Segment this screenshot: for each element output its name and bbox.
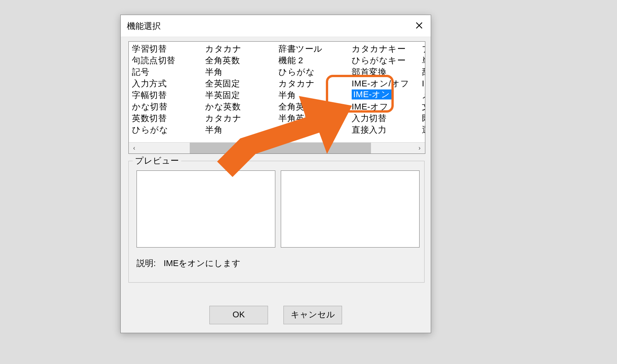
scroll-right-button[interactable]: › [414, 143, 425, 153]
list-item[interactable]: 機能 2 [278, 55, 349, 66]
list-item[interactable]: IM [422, 78, 425, 89]
list-item[interactable]: 選 [422, 124, 425, 136]
scroll-left-button[interactable]: ‹ [129, 143, 140, 153]
scroll-track[interactable] [140, 143, 414, 153]
description-text: IMEをオンにします [164, 258, 241, 269]
list-item[interactable]: カタカナ [278, 78, 349, 89]
dialog-buttons: OK キャンセル [121, 306, 431, 324]
dialog-title: 機能選択 [127, 20, 161, 32]
list-item[interactable]: 辞書ツール [278, 43, 349, 55]
list-item[interactable]: 学習切替 [132, 43, 202, 55]
preview-pane-right [281, 170, 420, 248]
cancel-button[interactable]: キャンセル [283, 306, 342, 324]
preview-pane-left [137, 170, 275, 248]
list-column: カタカナ全角英数半角全英固定半英固定かな英数カタカナ半角 [202, 42, 275, 136]
list-item[interactable]: 記号 [132, 66, 202, 78]
list-item[interactable]: 全角英数 [205, 55, 275, 66]
list-item[interactable]: IME-オン/オフ [352, 78, 422, 89]
list-item[interactable]: 既 [422, 113, 425, 124]
horizontal-scrollbar[interactable]: ‹ › [129, 142, 425, 153]
list-item[interactable]: 全角英数 [278, 101, 349, 113]
ok-button[interactable]: OK [209, 306, 268, 324]
list-column: 辞書ツール機能 2ひらがなカタカナ半角全角英数半角英数英数 [275, 42, 349, 136]
preview-group: プレビュー 説明: IMEをオンにします [128, 161, 425, 283]
list-item[interactable]: 全英固定 [205, 78, 275, 89]
list-item[interactable]: 英数切替 [132, 113, 202, 124]
list-item[interactable]: IME-オフ [352, 101, 422, 113]
list-item[interactable]: ひらがな [132, 124, 202, 136]
list-item[interactable]: 入力切替 [352, 113, 422, 124]
function-list-pane: 学習切替句読点切替記号入力方式字幅切替かな切替英数切替ひらがなカタカナ全角英数半… [128, 41, 425, 154]
close-icon [416, 20, 423, 31]
chevron-left-icon: ‹ [133, 145, 135, 152]
list-item[interactable]: 英数 [278, 124, 349, 136]
list-item[interactable]: 辞 [422, 66, 425, 78]
list-item[interactable]: 句読点切替 [132, 55, 202, 66]
list-item[interactable]: 半角 [278, 89, 349, 101]
chevron-right-icon: › [418, 145, 420, 152]
list-item[interactable]: ひらがな [278, 66, 349, 78]
list-item[interactable]: かな英数 [205, 101, 275, 113]
list-item[interactable]: 入力方式 [132, 78, 202, 89]
description-row: 説明: IMEをオンにします [137, 258, 241, 269]
list-item[interactable]: 半角 [205, 124, 275, 136]
list-item[interactable]: かな切替 [132, 101, 202, 113]
scroll-thumb[interactable] [190, 143, 371, 153]
list-item[interactable]: カタカナ [205, 43, 275, 55]
list-item[interactable]: 半英固定 [205, 89, 275, 101]
description-label: 説明: [137, 258, 156, 269]
list-item[interactable]: 半角英数 [278, 113, 349, 124]
list-item[interactable]: 文 [422, 101, 425, 113]
list-item[interactable]: 直接入力 [352, 124, 422, 136]
list-item[interactable]: ひらがなキー [352, 55, 422, 66]
preview-group-label: プレビュー [133, 155, 181, 167]
list-item[interactable]: 単 [422, 55, 425, 66]
list-item[interactable]: 半角 [205, 66, 275, 78]
close-button[interactable] [408, 15, 431, 37]
list-item[interactable]: IME-オン [352, 89, 391, 99]
list-item[interactable]: 部首変換 [352, 66, 422, 78]
list-item[interactable]: メ: [422, 89, 425, 101]
list-item[interactable]: 字幅切替 [132, 89, 202, 101]
list-item[interactable]: カタカナキー [352, 43, 422, 55]
list-column: プ単辞IMメ:文既選 [422, 42, 425, 136]
list-column: 学習切替句読点切替記号入力方式字幅切替かな切替英数切替ひらがな [129, 42, 202, 136]
function-select-dialog: 機能選択 学習切替句読点切替記号入力方式字幅切替かな切替英数切替ひらがなカタカナ… [120, 15, 431, 333]
list-item[interactable]: プ [422, 43, 425, 55]
function-list[interactable]: 学習切替句読点切替記号入力方式字幅切替かな切替英数切替ひらがなカタカナ全角英数半… [129, 42, 425, 143]
list-item[interactable]: カタカナ [205, 113, 275, 124]
titlebar: 機能選択 [121, 15, 431, 37]
list-column: カタカナキーひらがなキー部首変換IME-オン/オフIME-オンIME-オフ入力切… [349, 42, 422, 136]
